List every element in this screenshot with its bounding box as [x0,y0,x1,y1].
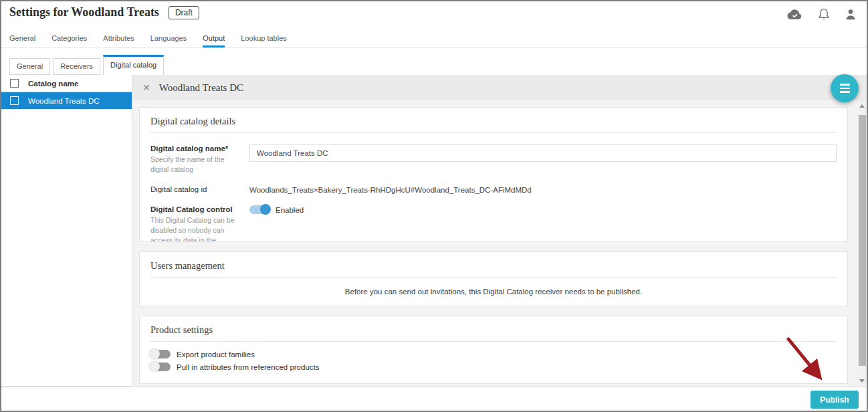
tab-attributes[interactable]: Attributes [103,34,134,47]
pull-in-attributes-toggle[interactable] [150,363,171,371]
catalog-control-help: This Digital Catalog can be disabled so … [150,215,239,242]
vertical-scrollbar[interactable] [858,100,867,387]
tab-output[interactable]: Output [203,34,225,47]
app-header: Settings for Woodland Treats Draft [1,1,867,28]
settings-window: Settings for Woodland Treats Draft [0,0,868,412]
select-all-checkbox[interactable] [10,79,19,88]
users-section-heading: Users management [150,252,837,278]
menu-fab-button[interactable] [831,74,859,102]
catalog-name-label: Digital catalog name* [150,144,249,152]
scroll-up-arrow-icon[interactable] [859,104,865,108]
detail-scroll-area: Digital catalog details Digital catalog … [139,100,848,387]
catalog-list-panel: Catalog name Woodland Treats DC [1,75,132,387]
tab-lookup-tables[interactable]: Lookup tables [241,34,287,47]
catalog-name-field-row: Digital catalog name* Specify the name o… [150,144,837,174]
catalog-control-field-row: Digital Catalog control This Digital Cat… [150,205,837,242]
toggle-knob [260,204,271,215]
pull-in-attributes-label: Pull in attributes from referenced produ… [177,363,320,371]
footer-bar: Publish [1,387,867,411]
catalog-name-input[interactable] [249,144,837,162]
close-icon[interactable]: ✕ [142,83,150,92]
catalog-control-label: Digital Catalog control [150,205,249,213]
notifications-icon[interactable] [819,8,829,21]
cloud-sync-icon[interactable] [786,9,802,21]
catalog-control-state: Enabled [276,206,304,214]
catalog-list-header: Catalog name [1,75,132,92]
menu-icon [840,84,850,86]
sub-tab-bar: General Receivers Digital catalog [9,56,167,75]
detail-title: Woodland Treats DC [159,82,243,94]
row-checkbox[interactable] [10,96,19,105]
catalog-id-value: Woodlands_Treats×Bakery_Treats-RhHDgHcU#… [249,185,837,194]
export-product-families-row: Export product families [150,350,837,358]
header-icons [786,8,856,21]
status-badge: Draft [169,6,199,19]
export-product-families-toggle[interactable] [150,350,171,358]
subtab-receivers[interactable]: Receivers [53,58,100,75]
tab-general[interactable]: General [9,34,35,47]
catalog-id-label: Digital catalog id [150,185,249,193]
scrollbar-thumb[interactable] [859,115,866,366]
toggle-knob [149,348,160,359]
product-section-heading: Product settings [150,316,837,342]
details-section-heading: Digital catalog details [150,108,837,133]
catalog-list-row[interactable]: Woodland Treats DC [1,92,132,109]
page-title: Settings for Woodland Treats [9,5,159,19]
pull-in-attributes-row: Pull in attributes from referenced produ… [150,363,837,371]
subtab-general[interactable]: General [9,58,50,75]
main-tab-bar: General Categories Attributes Languages … [1,28,867,48]
catalog-control-toggle[interactable] [249,205,269,214]
catalog-row-label: Woodland Treats DC [28,97,100,105]
tab-categories[interactable]: Categories [51,34,87,47]
digital-catalog-details-card: Digital catalog details Digital catalog … [139,107,848,242]
export-product-families-label: Export product families [177,350,255,358]
users-management-card: Users management Before you can send out… [139,251,848,306]
scroll-down-arrow-icon[interactable] [859,379,865,383]
product-settings-card: Product settings Export product families… [139,316,848,384]
publish-button[interactable]: Publish [810,391,859,409]
detail-pane: ✕ Woodland Treats DC Digital catalog det… [132,75,867,387]
title-wrap: Settings for Woodland Treats Draft [9,5,199,19]
catalog-id-field-row: Digital catalog id Woodlands_Treats×Bake… [150,185,837,194]
subtab-digital-catalog[interactable]: Digital catalog [103,55,164,75]
catalog-name-column-header: Catalog name [28,80,78,88]
detail-header: ✕ Woodland Treats DC [132,75,867,100]
catalog-name-help: Specify the name of the digital catalog [150,154,239,174]
toggle-knob [149,361,160,372]
user-icon[interactable] [845,9,856,20]
users-management-message: Before you can send out invitations, thi… [150,288,837,296]
tab-languages[interactable]: Languages [150,34,187,47]
